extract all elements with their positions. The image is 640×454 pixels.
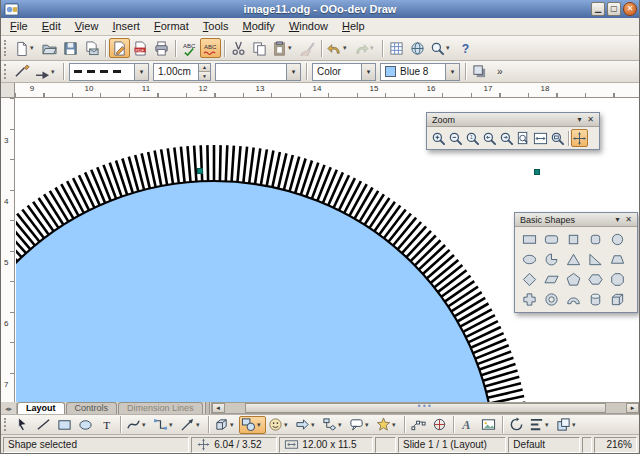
close-button[interactable]: ✕ (623, 2, 637, 16)
toolbar-grip[interactable] (4, 40, 9, 57)
menu-modify[interactable]: Modify (235, 19, 281, 34)
zoom-palette-titlebar[interactable]: Zoom ▾ ✕ (427, 113, 599, 127)
line-style-combo[interactable]: ▾ (69, 63, 149, 81)
shape-rounded-square-button[interactable] (584, 229, 606, 249)
fill-color-combo[interactable]: Blue 8 ▾ (380, 63, 460, 81)
paste-button[interactable]: ▾ (270, 38, 297, 58)
shape-octagon-button[interactable] (606, 269, 628, 289)
shadow-button[interactable] (469, 62, 490, 82)
zoom-in-button[interactable] (430, 129, 447, 147)
maximize-button[interactable]: ▢ (607, 2, 621, 16)
hyperlink-button[interactable] (407, 38, 428, 58)
display-grid-button[interactable] (386, 38, 407, 58)
palette-menu-icon[interactable]: ▾ (574, 114, 585, 125)
shape-circle-pie-button[interactable] (540, 249, 562, 269)
shape-circle-button[interactable] (606, 229, 628, 249)
menu-insert[interactable]: Insert (105, 19, 147, 34)
minimize-button[interactable]: ▁ (591, 2, 605, 16)
status-slide-info[interactable]: Slide 1 / 1 (Layout) (398, 437, 506, 453)
menu-tools[interactable]: Tools (196, 19, 236, 34)
selection-handle[interactable] (534, 169, 540, 175)
menu-file[interactable]: File (3, 19, 35, 34)
zoom-page-width-button[interactable] (532, 129, 549, 147)
line-color-combo[interactable]: ▾ (215, 63, 301, 81)
horizontal-scrollbar[interactable]: ◂ ••• ▸ (211, 402, 639, 414)
export-pdf-button[interactable]: PDF (130, 38, 151, 58)
menu-help[interactable]: Help (335, 19, 372, 34)
zoom-100-button[interactable]: 1 (464, 129, 481, 147)
symbol-shapes-button[interactable]: ▾ (266, 416, 293, 434)
menu-format[interactable]: Format (147, 19, 196, 34)
toolbar-grip[interactable] (4, 64, 9, 79)
shape-trapezoid-button[interactable] (606, 249, 628, 269)
line-button[interactable] (33, 416, 54, 434)
shape-isosceles-triangle-button[interactable] (562, 249, 584, 269)
spin-up-icon[interactable]: ▲ (199, 64, 210, 73)
spellcheck-button[interactable]: ABC (179, 38, 200, 58)
scroll-right-icon[interactable]: ▸ (626, 403, 639, 413)
status-size[interactable]: 12.00 x 11.5 (279, 437, 373, 453)
help-button[interactable]: ? (455, 38, 476, 58)
status-page-style[interactable]: Default (508, 437, 579, 453)
tab-scroll-buttons[interactable]: ◂▸ (1, 403, 17, 414)
text-button[interactable]: T (96, 416, 117, 434)
zoom-optimal-button[interactable] (549, 129, 566, 147)
palette-menu-icon[interactable]: ▾ (612, 214, 623, 225)
curve-button[interactable]: ▾ (124, 416, 151, 434)
shape-cross-button[interactable] (518, 289, 540, 309)
fontwork-gallery-button[interactable]: A (457, 416, 478, 434)
scrollbar-track[interactable]: ••• (225, 403, 626, 413)
shape-block-arc-button[interactable] (562, 289, 584, 309)
flowcharts-button[interactable]: ▾ (320, 416, 347, 434)
tab-splitter[interactable] (205, 402, 210, 414)
print-button[interactable] (151, 38, 172, 58)
selection-handle[interactable] (197, 168, 203, 174)
shape-square-button[interactable] (562, 229, 584, 249)
zoom-pan-button[interactable] (571, 129, 588, 147)
tab-dimension-lines[interactable]: Dimension Lines (118, 402, 203, 414)
basic-shapes-button[interactable]: ▾ (239, 416, 266, 434)
edit-points-button[interactable] (408, 416, 429, 434)
zoom-out-button[interactable] (447, 129, 464, 147)
arrow-style-button[interactable]: ▾ (33, 62, 60, 82)
tab-controls[interactable]: Controls (66, 402, 118, 414)
toolbar-grip[interactable] (4, 418, 9, 431)
stars-button[interactable]: ▾ (374, 416, 401, 434)
lines-arrows-button[interactable]: ▾ (178, 416, 205, 434)
from-file-button[interactable] (478, 416, 499, 434)
shape-hexagon-button[interactable] (584, 269, 606, 289)
spin-down-icon[interactable]: ▼ (199, 72, 210, 80)
alignment-button[interactable]: ▾ (527, 416, 554, 434)
shape-cylinder-button[interactable] (584, 289, 606, 309)
open-button[interactable] (39, 38, 60, 58)
toolbar-overflow-button[interactable]: » (494, 66, 506, 77)
rectangle-button[interactable] (54, 416, 75, 434)
drawing-canvas[interactable]: Zoom ▾ ✕ 1 Basic Shapes ▾ ✕ (16, 98, 639, 402)
scrollbar-thumb[interactable]: ••• (245, 403, 606, 413)
cut-button[interactable] (228, 38, 249, 58)
connector-button[interactable]: ▾ (151, 416, 178, 434)
tab-layout[interactable]: Layout (17, 402, 65, 414)
basic-shapes-titlebar[interactable]: Basic Shapes ▾ ✕ (515, 213, 637, 227)
shape-rectangle-button[interactable] (518, 229, 540, 249)
close-icon[interactable]: ✕ (585, 114, 596, 125)
email-document-button[interactable] (81, 38, 102, 58)
status-position[interactable]: 6.04 / 3.52 (191, 437, 277, 453)
horizontal-ruler[interactable]: 9101112131415161718 (1, 83, 639, 98)
zoom-button[interactable]: ▾ (428, 38, 455, 58)
select-button[interactable] (12, 416, 33, 434)
shape-ring-button[interactable] (540, 289, 562, 309)
status-zoom[interactable]: 216% (594, 437, 637, 453)
shape-rounded-rectangle-button[interactable] (540, 229, 562, 249)
block-arrows-button[interactable]: ▾ (293, 416, 320, 434)
shape-parallelogram-button[interactable] (540, 269, 562, 289)
shape-regular-pentagon-button[interactable] (562, 269, 584, 289)
callouts-button[interactable]: ▾ (347, 416, 374, 434)
arrange-button[interactable]: ▾ (554, 416, 581, 434)
shape-right-triangle-button[interactable] (584, 249, 606, 269)
3d-objects-button[interactable]: ▾ (212, 416, 239, 434)
menu-view[interactable]: View (68, 19, 106, 34)
line-width-spinner[interactable]: 1.00cm ▲▼ (153, 63, 211, 81)
menu-window[interactable]: Window (282, 19, 335, 34)
shape-ellipse-button[interactable] (518, 249, 540, 269)
